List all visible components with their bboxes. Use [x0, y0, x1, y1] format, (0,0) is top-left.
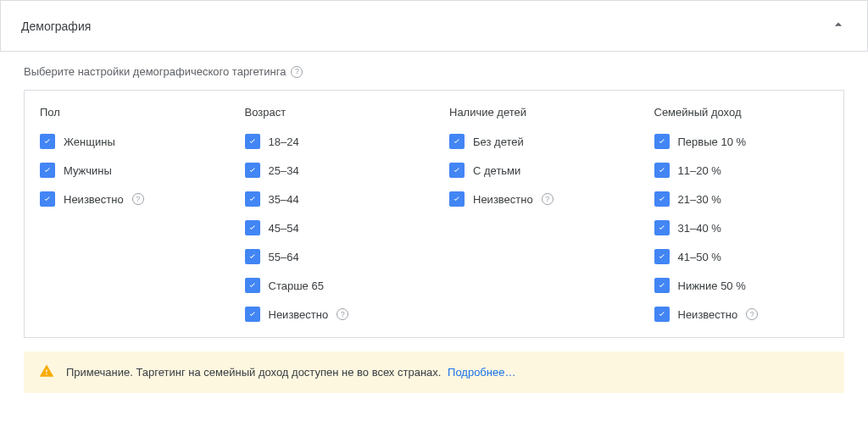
checkbox-label: 25–34: [269, 164, 299, 177]
checkbox-icon[interactable]: [40, 134, 55, 149]
column-age: Возраст 18–24 25–34 35–44 45–54 55–64 Ст…: [230, 91, 435, 337]
column-header: Возраст: [245, 106, 420, 119]
checkbox-row: 31–40 %: [654, 220, 829, 235]
column-header: Пол: [40, 106, 214, 119]
column-header: Наличие детей: [449, 106, 624, 119]
checkbox-icon[interactable]: [654, 278, 670, 293]
checkbox-label: 35–44: [269, 193, 299, 206]
notice-prefix: Примечание.: [66, 366, 133, 379]
checkbox-label: 18–24: [269, 136, 299, 148]
checkbox-label: Неизвестно: [678, 308, 738, 321]
checkbox-label: 31–40 %: [678, 222, 721, 235]
checkbox-label: Старше 65: [269, 279, 324, 292]
checkbox-row: Женщины: [40, 134, 214, 149]
checkbox-row: 18–24: [245, 134, 420, 149]
checkbox-label: 11–20 %: [678, 164, 721, 177]
checkbox-icon[interactable]: [654, 134, 670, 149]
checkbox-icon[interactable]: [449, 163, 465, 178]
demographics-panel-header[interactable]: Демография: [0, 0, 868, 52]
checkbox-row: 11–20 %: [654, 163, 829, 178]
demographics-grid: Пол Женщины Мужчины Неизвестно ? Возраст…: [24, 90, 844, 338]
checkbox-row: 35–44: [245, 191, 420, 207]
panel-title: Демография: [21, 19, 91, 33]
checkbox-icon[interactable]: [245, 163, 260, 178]
checkbox-icon[interactable]: [654, 220, 670, 235]
notice-body: Таргетинг на семейный доход доступен не …: [136, 366, 441, 379]
instructions-text: Выберите настройки демографического тарг…: [24, 65, 286, 78]
checkbox-icon[interactable]: [654, 191, 670, 207]
checkbox-icon[interactable]: [449, 134, 465, 149]
checkbox-row: Без детей: [449, 134, 624, 149]
column-parental: Наличие детей Без детей С детьми Неизвес…: [434, 91, 639, 337]
notice-text: Примечание. Таргетинг на семейный доход …: [66, 366, 515, 379]
checkbox-row: Старше 65: [245, 278, 420, 293]
checkbox-label: С детьми: [473, 164, 520, 177]
checkbox-label: Без детей: [473, 136, 524, 148]
checkbox-icon[interactable]: [245, 191, 260, 207]
checkbox-label: Неизвестно: [473, 193, 533, 206]
checkbox-icon[interactable]: [654, 249, 670, 264]
checkbox-icon[interactable]: [245, 307, 260, 322]
checkbox-row: 55–64: [245, 249, 420, 264]
checkbox-label: 55–64: [269, 251, 299, 263]
checkbox-row: Неизвестно?: [245, 307, 420, 322]
help-icon[interactable]: ?: [542, 193, 554, 205]
checkbox-label: Неизвестно: [269, 308, 329, 321]
checkbox-row: Неизвестно?: [654, 307, 829, 322]
checkbox-icon[interactable]: [245, 134, 260, 149]
checkbox-row: 21–30 %: [654, 191, 829, 207]
checkbox-label: Нижние 50 %: [678, 279, 746, 292]
help-icon[interactable]: ?: [337, 308, 348, 320]
checkbox-label: 21–30 %: [678, 193, 721, 206]
checkbox-row: Мужчины: [40, 163, 214, 178]
checkbox-row: Неизвестно?: [449, 191, 624, 207]
column-income: Семейный доход Первые 10 % 11–20 % 21–30…: [639, 91, 844, 337]
demographics-panel-body: Выберите настройки демографического тарг…: [0, 52, 868, 410]
warning-icon: [39, 363, 54, 381]
help-icon[interactable]: ?: [132, 193, 144, 205]
checkbox-icon[interactable]: [40, 191, 55, 207]
checkbox-label: Неизвестно: [64, 193, 124, 206]
column-header: Семейный доход: [654, 106, 829, 119]
checkbox-icon[interactable]: [245, 220, 260, 235]
column-gender: Пол Женщины Мужчины Неизвестно ?: [25, 91, 230, 337]
chevron-up-icon: [830, 16, 847, 36]
checkbox-label: 41–50 %: [678, 251, 721, 263]
help-icon[interactable]: ?: [746, 308, 758, 320]
checkbox-icon[interactable]: [245, 249, 260, 264]
checkbox-icon[interactable]: [654, 163, 670, 178]
checkbox-icon[interactable]: [449, 191, 465, 207]
income-notice: Примечание. Таргетинг на семейный доход …: [24, 351, 844, 393]
checkbox-row: 41–50 %: [654, 249, 829, 264]
checkbox-label: Женщины: [64, 136, 115, 148]
checkbox-icon[interactable]: [40, 163, 55, 178]
help-icon[interactable]: ?: [291, 66, 303, 78]
checkbox-label: Первые 10 %: [678, 136, 747, 148]
checkbox-row: С детьми: [449, 163, 624, 178]
checkbox-row: Первые 10 %: [654, 134, 829, 149]
checkbox-label: Мужчины: [64, 164, 112, 177]
notice-link[interactable]: Подробнее…: [448, 366, 515, 379]
checkbox-row: Нижние 50 %: [654, 278, 829, 293]
checkbox-row: Неизвестно ?: [40, 191, 214, 207]
checkbox-row: 45–54: [245, 220, 420, 235]
checkbox-icon[interactable]: [654, 307, 670, 322]
checkbox-row: 25–34: [245, 163, 420, 178]
checkbox-icon[interactable]: [245, 278, 260, 293]
checkbox-label: 45–54: [269, 222, 299, 235]
instructions-row: Выберите настройки демографического тарг…: [24, 65, 844, 78]
